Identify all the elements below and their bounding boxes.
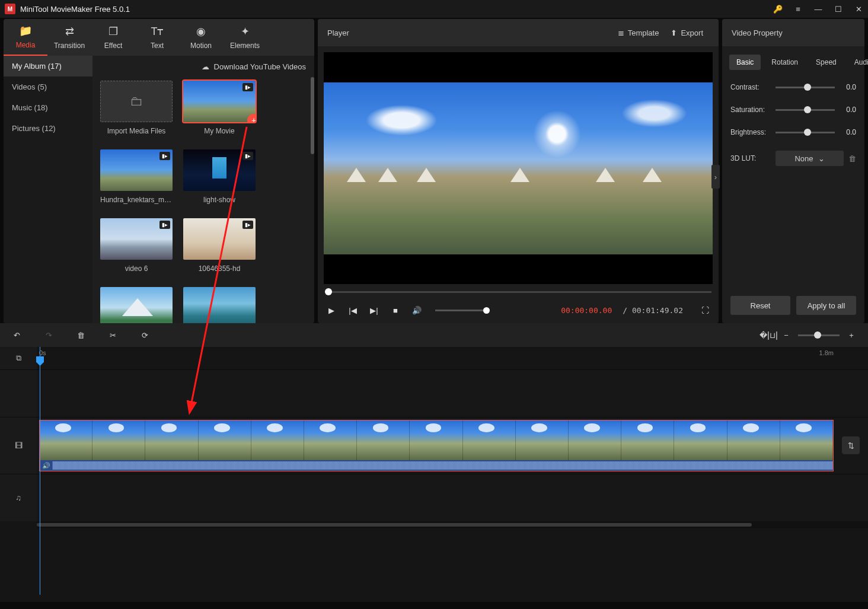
chevron-down-icon: ⌄	[818, 154, 825, 163]
maximize-button[interactable]: ☐	[834, 4, 843, 14]
media-panel: 📁Media⇄Transition❐EffectTᴛText◉Motion✦El…	[4, 19, 314, 323]
prop-slider[interactable]	[776, 132, 835, 133]
tab-label: Effect	[104, 42, 122, 50]
prop-slider[interactable]	[776, 87, 835, 88]
sidebar-item-1[interactable]: Videos (5)	[4, 76, 92, 97]
media-item[interactable]: ▮▸video 6	[98, 218, 174, 273]
transition-icon: ⇄	[65, 25, 74, 38]
reset-button[interactable]: Reset	[730, 296, 790, 315]
prop-value: 0.0	[840, 128, 856, 136]
video-clip[interactable]: 🔊	[39, 420, 834, 471]
speaker-icon: 🔊	[42, 462, 50, 470]
media-item[interactable]: ▮▸+My Movie	[181, 81, 257, 135]
media-item[interactable]	[98, 287, 174, 323]
lut-delete-button[interactable]: 🗑	[848, 154, 856, 163]
menu-icon[interactable]: ≡	[793, 4, 803, 14]
time-ruler[interactable]: 0s 1.8m	[37, 347, 868, 369]
tab-transition[interactable]: ⇄Transition	[47, 19, 91, 56]
export-button[interactable]: ⬆ Export	[665, 28, 709, 37]
stop-button[interactable]: ■	[390, 305, 401, 315]
minimize-button[interactable]: —	[813, 4, 823, 14]
media-item[interactable]: 🗀Import Media Files	[98, 81, 174, 135]
zoom-slider[interactable]	[798, 334, 840, 336]
tab-motion[interactable]: ◉Motion	[179, 19, 223, 56]
tab-text[interactable]: TᴛText	[135, 19, 179, 56]
player-header: Player ≣ Template ⬆ Export	[318, 19, 719, 46]
lut-select[interactable]: None ⌄	[776, 151, 844, 166]
tab-elements[interactable]: ✦Elements	[223, 19, 267, 56]
audio-waveform	[53, 461, 833, 470]
prop-tab-audio[interactable]: Audio	[847, 55, 868, 70]
template-button[interactable]: ≣ Template	[612, 28, 665, 37]
media-thumbnail[interactable]	[183, 287, 256, 323]
media-sidebar: My Album (17)Videos (5)Music (18)Picture…	[4, 56, 92, 323]
prop-tab-speed[interactable]: Speed	[809, 55, 844, 70]
expand-chevron-icon[interactable]: ›	[711, 165, 720, 189]
add-track-button[interactable]: ⧉	[0, 347, 37, 369]
zoom-in-button[interactable]: +	[845, 329, 857, 341]
tab-label: Elements	[230, 42, 260, 50]
playhead[interactable]	[40, 347, 40, 595]
media-item[interactable]: ▮▸light-show	[181, 149, 257, 204]
media-caption: Import Media Files	[100, 127, 173, 135]
speed-button[interactable]: ⟳	[139, 329, 151, 341]
add-to-timeline-button[interactable]: +	[247, 114, 256, 122]
zoom-out-button[interactable]: −	[780, 329, 792, 341]
media-caption: 10646355-hd	[183, 264, 256, 273]
close-button[interactable]: ✕	[854, 4, 863, 14]
video-badge-icon: ▮▸	[159, 221, 170, 229]
fullscreen-button[interactable]: ⛶	[700, 305, 710, 315]
horizontal-scrollbar[interactable]	[37, 521, 868, 528]
layers-icon: ≣	[618, 28, 624, 37]
motion-icon: ◉	[196, 25, 206, 38]
redo-button[interactable]: ↷	[43, 329, 55, 341]
media-thumbnail[interactable]: ▮▸	[183, 149, 256, 191]
tab-media[interactable]: 📁Media	[4, 19, 47, 56]
player-panel: Player ≣ Template ⬆ Export ▶	[318, 19, 719, 323]
folder-icon: 🗀	[130, 94, 143, 109]
undo-button[interactable]: ↶	[11, 329, 23, 341]
tab-effect[interactable]: ❐Effect	[91, 19, 135, 56]
time-current: 00:00:00.00	[561, 306, 612, 315]
media-item[interactable]: ▮▸10646355-hd	[181, 218, 257, 273]
video-badge-icon: ▮▸	[159, 152, 170, 160]
play-button[interactable]: ▶	[326, 305, 337, 315]
sidebar-item-3[interactable]: Pictures (12)	[4, 118, 92, 139]
text-icon: Tᴛ	[151, 25, 164, 38]
prop-label: Brightness:	[730, 128, 771, 136]
prop-value: 0.0	[840, 106, 856, 114]
media-thumbnail[interactable]	[100, 287, 173, 323]
delete-button[interactable]: 🗑	[75, 329, 87, 341]
download-youtube-link[interactable]: Download YouTube Videos	[214, 62, 306, 71]
prop-tab-basic[interactable]: Basic	[729, 55, 761, 70]
media-thumbnail[interactable]: ▮▸	[100, 149, 173, 191]
volume-icon[interactable]: 🔊	[411, 305, 422, 315]
key-icon[interactable]: 🔑	[773, 4, 783, 14]
media-item[interactable]	[181, 287, 257, 323]
overlay-track[interactable]	[37, 370, 868, 417]
media-thumbnail[interactable]: ▮▸	[183, 218, 256, 260]
next-frame-button[interactable]: ▶|	[369, 305, 379, 315]
sidebar-item-2[interactable]: Music (18)	[4, 97, 92, 118]
video-badge-icon: ▮▸	[242, 83, 253, 91]
volume-slider[interactable]	[435, 310, 490, 311]
media-item[interactable]: ▮▸Hundra_knektars_ma...	[98, 149, 174, 204]
media-thumbnail[interactable]: ▮▸+	[183, 81, 256, 122]
ruler-end-label: 1.8m	[819, 349, 834, 356]
video-preview[interactable]	[324, 52, 713, 284]
audio-track[interactable]	[37, 474, 868, 521]
import-media-button[interactable]: 🗀	[100, 81, 173, 122]
prop-tab-rotation[interactable]: Rotation	[764, 55, 805, 70]
swap-tracks-button[interactable]: ⇅	[842, 436, 860, 454]
prop-slider[interactable]	[776, 109, 835, 111]
seek-bar[interactable]	[325, 286, 711, 297]
media-thumbnail[interactable]: ▮▸	[100, 218, 173, 260]
properties-tabs: BasicRotationSpeedAudio	[722, 46, 864, 76]
fit-button[interactable]: �ǀ⊔ǀ	[762, 329, 774, 341]
video-track[interactable]: 🔊	[37, 417, 868, 474]
prev-frame-button[interactable]: |◀	[347, 305, 358, 315]
split-button[interactable]: ✂	[107, 329, 119, 341]
scrollbar-thumb[interactable]	[311, 77, 314, 154]
sidebar-item-0[interactable]: My Album (17)	[4, 56, 92, 76]
apply-all-button[interactable]: Apply to all	[796, 296, 856, 315]
